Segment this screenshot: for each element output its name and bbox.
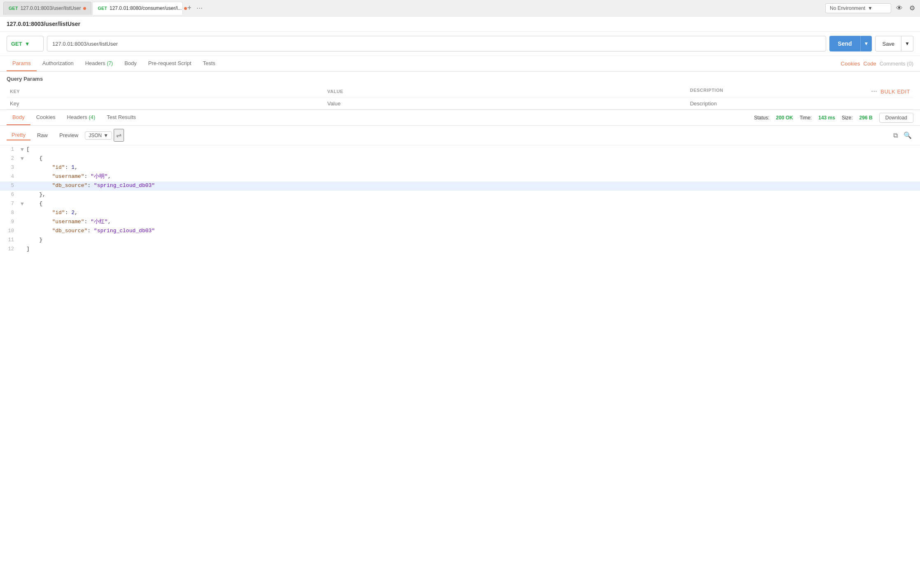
resp-tab-headers[interactable]: Headers (4) <box>61 110 101 125</box>
collapse-icon <box>21 245 26 254</box>
resp-tab-test-results[interactable]: Test Results <box>101 110 142 125</box>
env-chevron-icon: ▼ <box>868 5 873 11</box>
response-area: Body Cookies Headers (4) Test Results St… <box>0 110 920 254</box>
tab1-method: GET <box>9 6 18 11</box>
response-tabs-bar: Body Cookies Headers (4) Test Results St… <box>0 110 920 126</box>
line-content: "db_source": "spring_cloud_db03" <box>26 182 920 191</box>
resp-tab-body[interactable]: Body <box>7 110 30 125</box>
collapse-icon <box>21 191 26 200</box>
line-number: 2 <box>0 154 21 163</box>
line-content: } <box>26 236 920 245</box>
params-row <box>7 98 913 110</box>
code-line: 5 "db_source": "spring_cloud_db03" <box>0 182 920 191</box>
tab-headers[interactable]: Headers (7) <box>79 56 119 71</box>
method-label: GET <box>11 41 22 47</box>
comments-link[interactable]: Comments (0) <box>880 61 913 67</box>
collapse-icon[interactable]: ▼ <box>21 200 26 209</box>
line-number: 3 <box>0 163 21 173</box>
wrap-icon[interactable]: ⇌ <box>114 129 124 142</box>
url-input[interactable] <box>47 36 826 51</box>
description-input[interactable] <box>690 100 910 107</box>
raw-button[interactable]: Raw <box>32 131 53 140</box>
line-content: }, <box>26 191 920 200</box>
collapse-icon[interactable]: ▼ <box>21 145 26 154</box>
desc-column-header: DESCRIPTION ··· Bulk Edit <box>686 85 913 98</box>
settings-icon[interactable]: ⚙ <box>908 2 917 14</box>
line-number: 5 <box>0 182 21 191</box>
line-content: [ <box>26 145 920 154</box>
url-bar: GET ▼ Send ▼ Save ▼ <box>0 32 920 56</box>
send-dropdown-button[interactable]: ▼ <box>860 36 872 51</box>
code-line: 12] <box>0 245 920 254</box>
collapse-icon <box>21 227 26 236</box>
line-number: 4 <box>0 173 21 182</box>
send-button[interactable]: Send <box>829 36 860 51</box>
collapse-icon <box>21 236 26 245</box>
pretty-button[interactable]: Pretty <box>7 130 30 140</box>
bulk-edit-button[interactable]: Bulk Edit <box>880 89 910 95</box>
line-number: 8 <box>0 209 21 218</box>
code-line: 6 }, <box>0 191 920 200</box>
line-content: "username": "小红", <box>26 218 920 227</box>
value-column-header: VALUE <box>324 85 687 98</box>
request-tabs: Params Authorization Headers (7) Body Pr… <box>0 56 920 72</box>
code-line: 11 } <box>0 236 920 245</box>
code-link[interactable]: Code <box>864 61 876 67</box>
tab1-url: 127.0.01:8003/user/listUser <box>21 5 81 11</box>
add-tab-button[interactable]: + <box>185 2 193 14</box>
save-dropdown-button[interactable]: ▼ <box>901 36 913 51</box>
response-status-bar: Status: 200 OK Time: 143 ms Size: 296 B … <box>754 113 913 123</box>
eye-icon[interactable]: 👁 <box>894 3 904 14</box>
env-select[interactable]: No Environment ▼ <box>825 3 891 13</box>
size-label: Size: <box>842 115 853 121</box>
code-line: 2▼ { <box>0 154 920 163</box>
code-line: 3 "id": 1, <box>0 163 920 173</box>
method-select[interactable]: GET ▼ <box>7 36 44 51</box>
size-value: 296 B <box>859 115 873 121</box>
value-input[interactable] <box>327 100 684 107</box>
status-label: Status: <box>754 115 769 121</box>
collapse-icon[interactable]: ▼ <box>21 154 26 163</box>
key-column-header: KEY <box>7 85 324 98</box>
time-label: Time: <box>800 115 812 121</box>
search-icon[interactable]: 🔍 <box>902 130 913 141</box>
line-number: 7 <box>0 200 21 209</box>
format-select[interactable]: JSON ▼ <box>85 131 112 140</box>
method-chevron-icon: ▼ <box>25 41 30 47</box>
code-line: 8 "id": 2, <box>0 209 920 218</box>
query-params-section: Query Params KEY VALUE DESCRIPTION ··· B… <box>0 72 920 110</box>
collapse-icon <box>21 163 26 173</box>
request-title: 127.0.01:8003/user/listUser <box>0 16 920 32</box>
tab-authorization[interactable]: Authorization <box>37 56 79 71</box>
format-right-actions: ⧉ 🔍 <box>892 130 913 141</box>
more-options-button[interactable]: ··· <box>871 88 877 95</box>
code-line: 1▼[ <box>0 145 920 154</box>
copy-icon[interactable]: ⧉ <box>892 130 899 141</box>
tab-bar: GET 127.0.01:8003/user/listUser GET 127.… <box>0 0 920 16</box>
tab-tests[interactable]: Tests <box>197 56 221 71</box>
line-content: "id": 1, <box>26 163 920 173</box>
tab-actions: + ··· <box>185 2 204 14</box>
tab-1[interactable]: GET 127.0.01:8003/user/listUser <box>3 2 91 15</box>
download-button[interactable]: Download <box>879 113 913 123</box>
line-content: "id": 2, <box>26 209 920 218</box>
tab-body[interactable]: Body <box>119 56 142 71</box>
line-content: { <box>26 154 920 163</box>
more-tabs-button[interactable]: ··· <box>195 2 204 14</box>
line-number: 6 <box>0 191 21 200</box>
resp-tab-cookies[interactable]: Cookies <box>30 110 61 125</box>
params-table: KEY VALUE DESCRIPTION ··· Bulk Edit <box>7 85 913 110</box>
save-button[interactable]: Save <box>875 36 901 51</box>
tab-params[interactable]: Params <box>7 56 37 71</box>
tab-prerequest[interactable]: Pre-request Script <box>142 56 197 71</box>
key-input[interactable] <box>10 100 321 107</box>
line-content: { <box>26 200 920 209</box>
cookies-link[interactable]: Cookies <box>841 61 860 67</box>
preview-button[interactable]: Preview <box>54 131 83 140</box>
tab-2[interactable]: GET 127.0.01:8080/consumer/user/l... <box>92 2 183 15</box>
line-number: 1 <box>0 145 21 154</box>
line-number: 12 <box>0 245 21 254</box>
line-content: ] <box>26 245 920 254</box>
line-number: 9 <box>0 218 21 227</box>
env-label: No Environment <box>830 5 865 11</box>
